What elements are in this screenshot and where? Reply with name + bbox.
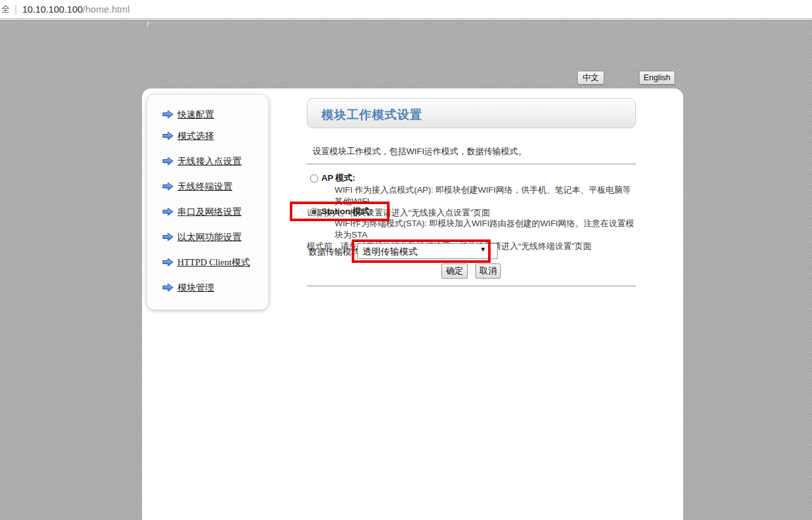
station-mode-radio[interactable]: [310, 208, 318, 216]
security-label: 全: [1, 4, 10, 15]
sidebar-item-label: HTTPD Client模式: [177, 257, 250, 269]
sidebar-item-label: 无线接入点设置: [177, 155, 242, 167]
sidebar-item-serial-network[interactable]: 串口及网络设置: [162, 205, 242, 218]
url-path: /home.html: [83, 4, 129, 15]
cancel-button[interactable]: 取消: [475, 263, 501, 279]
arrow-right-icon: [162, 131, 174, 140]
arrow-right-icon: [162, 207, 174, 216]
page-title: 模块工作模式设置: [307, 99, 635, 123]
sidebar-item-sta-settings[interactable]: 无线终端设置: [162, 180, 232, 193]
ok-button[interactable]: 确定: [441, 263, 468, 279]
sidebar-item-httpd-client[interactable]: HTTPD Client模式: [162, 256, 250, 269]
sidebar-item-mode-select[interactable]: 模式选择: [162, 130, 214, 142]
selected-option-label: 透明传输模式: [362, 246, 417, 258]
url-host: 10.10.100.100: [22, 4, 83, 15]
station-desc-line1: WIFI作为终端模式(STA): 即模块加入WIFI路由器创建的WIFI网络。注…: [307, 218, 638, 241]
sidebar-item-ethernet[interactable]: 以太网功能设置: [162, 231, 242, 243]
sidebar-item-label: 串口及网络设置: [177, 206, 242, 218]
data-transmission-select[interactable]: 透明传输模式 ▼: [357, 243, 498, 259]
sidebar-item-label: 模块管理: [177, 282, 214, 294]
arrow-right-icon: [162, 283, 174, 292]
language-chinese-button[interactable]: 中文: [577, 71, 604, 85]
arrow-right-icon: [162, 233, 174, 241]
screen: 全 | 10.10.100.100 /home.html 中文 English …: [0, 0, 812, 520]
station-mode-label: Station 模式:: [321, 206, 373, 217]
main-header-panel: 模块工作模式设置: [307, 98, 636, 128]
sidebar-item-label: 快速配置: [177, 109, 214, 121]
data-transmission-label: 数据传输模式: [309, 246, 360, 258]
arrow-right-icon: [162, 182, 174, 191]
ap-mode-radio[interactable]: [310, 174, 318, 183]
ap-desc-line1: WIFI 作为接入点模式(AP): 即模块创建WIFI网络，供手机、笔记本、平板…: [307, 184, 638, 207]
arrow-right-icon: [162, 157, 174, 166]
url-separator: |: [15, 4, 17, 15]
arrow-right-icon: [162, 258, 174, 267]
page-description: 设置模块工作模式，包括WIFI运作模式，数据传输模式。: [313, 146, 638, 157]
dropdown-arrow-icon: ▼: [480, 246, 486, 253]
mouse-cursor-artifact: [146, 21, 152, 27]
language-english-button[interactable]: English: [639, 71, 675, 85]
browser-address-bar[interactable]: 全 | 10.10.100.100 /home.html: [0, 0, 812, 19]
divider-top: [307, 164, 636, 165]
sidebar-item-ap-settings[interactable]: 无线接入点设置: [162, 155, 242, 167]
station-mode-option[interactable]: Station 模式:: [310, 206, 373, 217]
divider-bottom: [307, 286, 636, 287]
sidebar-nav: 快速配置 模式选择 无线接入点设置 无线终端设置 串口及网络设置 以太网功能设置…: [147, 95, 268, 310]
arrow-right-icon: [162, 110, 174, 119]
ap-mode-option[interactable]: AP 模式:: [310, 172, 355, 184]
sidebar-item-quick-config[interactable]: 快速配置: [162, 108, 214, 121]
ap-mode-label: AP 模式:: [321, 172, 355, 184]
sidebar-item-label: 无线终端设置: [177, 181, 232, 193]
sidebar-item-module-manage[interactable]: 模块管理: [162, 281, 214, 294]
sidebar-item-label: 模式选择: [177, 130, 214, 142]
sidebar-item-label: 以太网功能设置: [177, 231, 242, 243]
